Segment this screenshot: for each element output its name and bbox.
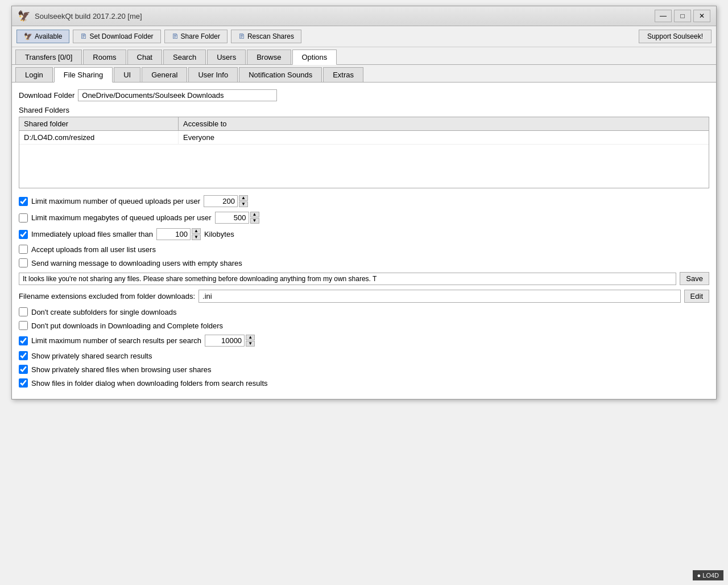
table-header: Shared folder Accessible to: [19, 117, 709, 131]
download-folder-label: Download Folder: [19, 91, 75, 100]
share-folder-button[interactable]: 🖹 Share Folder: [164, 30, 228, 43]
limit-search-results-label: Limit maximum number of search results p…: [31, 336, 201, 345]
immediately-upload-down[interactable]: ▼: [192, 234, 201, 240]
limit-search-results-up[interactable]: ▲: [246, 335, 255, 340]
subtab-notification-sounds[interactable]: Notification Sounds: [239, 67, 322, 82]
subtab-login[interactable]: Login: [15, 67, 53, 82]
kilobytes-label: Kilobytes: [204, 230, 234, 238]
limit-search-results-down[interactable]: ▼: [246, 341, 255, 347]
show-files-folder-dialog-checkbox[interactable]: [19, 378, 28, 388]
table-cell-access: Everyone: [179, 131, 709, 144]
no-subfolders-row: Don't create subfolders for single downl…: [19, 307, 709, 316]
show-files-folder-dialog-row: Show files in folder dialog when downloa…: [19, 378, 709, 388]
accept-uploads-checkbox[interactable]: [19, 245, 28, 254]
no-subfolders-checkbox[interactable]: [19, 307, 28, 316]
sub-tabs: Login File Sharing UI General User Info …: [12, 65, 716, 83]
no-subfolders-label: Don't create subfolders for single downl…: [31, 308, 176, 316]
tab-transfers[interactable]: Transfers [0/0]: [15, 50, 82, 64]
col-accessible-to: Accessible to: [179, 117, 709, 130]
limit-megabytes-label: Limit maximum megabytes of queued upload…: [31, 213, 212, 222]
tab-users[interactable]: Users: [207, 50, 246, 64]
send-warning-checkbox[interactable]: [19, 258, 28, 267]
immediately-upload-up[interactable]: ▲: [192, 228, 201, 234]
limit-megabytes-checkbox[interactable]: [19, 213, 28, 223]
limit-megabytes-row: Limit maximum megabytes of queued upload…: [19, 212, 709, 224]
available-button[interactable]: 🦅 Available: [16, 30, 69, 43]
share-folder-icon: 🖹: [172, 32, 179, 40]
app-icon: 🦅: [18, 10, 30, 22]
show-privately-shared-files-row: Show privately shared files when browsin…: [19, 365, 709, 374]
limit-uploads-spinner: ▲ ▼: [204, 195, 248, 207]
accept-uploads-row: Accept uploads from all user list users: [19, 245, 709, 254]
no-complete-folders-label: Don't put downloads in Downloading and C…: [31, 322, 223, 330]
maximize-button[interactable]: □: [674, 10, 691, 22]
available-icon: 🦅: [24, 32, 32, 40]
limit-search-results-value[interactable]: [205, 335, 245, 347]
show-privately-shared-files-label: Show privately shared files when browsin…: [31, 365, 212, 374]
set-download-folder-button[interactable]: 🖹 Set Download Folder: [73, 30, 160, 43]
show-privately-shared-files-checkbox[interactable]: [19, 365, 28, 374]
tab-search[interactable]: Search: [163, 50, 206, 64]
limit-megabytes-spinner: ▲ ▼: [215, 212, 259, 224]
limit-uploads-down[interactable]: ▼: [239, 201, 248, 207]
warning-message-input[interactable]: [19, 273, 676, 285]
show-privately-shared-checkbox[interactable]: [19, 351, 28, 360]
limit-search-results-spinner: ▲ ▼: [205, 335, 255, 347]
content-area: Login File Sharing UI General User Info …: [12, 65, 716, 399]
limit-megabytes-up[interactable]: ▲: [250, 212, 259, 217]
limit-search-results-checkbox[interactable]: [19, 336, 28, 345]
limit-uploads-checkbox[interactable]: [19, 197, 28, 206]
immediately-upload-checkbox[interactable]: [19, 230, 28, 239]
tab-chat[interactable]: Chat: [127, 50, 162, 64]
immediately-upload-row: Immediately upload files smaller than ▲ …: [19, 228, 709, 240]
rescan-shares-button[interactable]: 🖹 Rescan Shares: [231, 30, 301, 43]
subtab-file-sharing[interactable]: File Sharing: [54, 67, 113, 83]
filename-extensions-input[interactable]: [198, 290, 681, 303]
download-folder-input[interactable]: [78, 89, 277, 101]
save-button[interactable]: Save: [680, 272, 709, 285]
warning-message-row: Save: [19, 272, 709, 285]
tab-browse[interactable]: Browse: [247, 50, 291, 64]
show-privately-shared-row: Show privately shared search results: [19, 351, 709, 360]
show-files-folder-dialog-label: Show files in folder dialog when downloa…: [31, 379, 268, 388]
limit-uploads-value[interactable]: [204, 195, 238, 207]
shared-folders-table: Shared folder Accessible to D:/LO4D.com/…: [19, 117, 709, 188]
edit-button[interactable]: Edit: [684, 290, 709, 303]
limit-search-results-row: Limit maximum number of search results p…: [19, 335, 709, 347]
no-complete-folders-checkbox[interactable]: [19, 321, 28, 330]
send-warning-row: Send warning message to downloading user…: [19, 258, 709, 267]
filename-extensions-row: Filename extensions excluded from folder…: [19, 290, 709, 303]
table-cell-folder: D:/LO4D.com/resized: [19, 131, 179, 144]
close-button[interactable]: ✕: [693, 10, 710, 22]
tab-rooms[interactable]: Rooms: [83, 50, 126, 64]
window-title: SoulseekQt build 2017.2.20 [me]: [35, 12, 142, 20]
shared-folders-container: Shared folder Accessible to D:/LO4D.com/…: [19, 117, 709, 188]
minimize-button[interactable]: —: [655, 10, 672, 22]
immediately-upload-spinner: ▲ ▼: [156, 228, 201, 240]
subtab-general[interactable]: General: [142, 67, 187, 82]
toolbar: 🦅 Available 🖹 Set Download Folder 🖹 Shar…: [12, 26, 716, 47]
table-body: D:/LO4D.com/resized Everyone: [19, 131, 709, 188]
download-folder-row: Download Folder: [19, 89, 709, 101]
main-tabs: Transfers [0/0] Rooms Chat Search Users …: [12, 47, 716, 65]
tab-options[interactable]: Options: [292, 50, 337, 65]
subtab-user-info[interactable]: User Info: [188, 67, 238, 82]
immediately-upload-value[interactable]: [156, 228, 191, 240]
limit-megabytes-value[interactable]: [215, 212, 249, 224]
subtab-ui[interactable]: UI: [114, 67, 140, 82]
send-warning-label: Send warning message to downloading user…: [31, 259, 242, 267]
table-row[interactable]: D:/LO4D.com/resized Everyone: [19, 131, 709, 145]
rescan-icon: 🖹: [238, 32, 245, 40]
immediately-upload-label: Immediately upload files smaller than: [31, 230, 153, 238]
limit-megabytes-down[interactable]: ▼: [250, 218, 259, 224]
limit-uploads-up[interactable]: ▲: [239, 195, 248, 201]
options-content: Download Folder Shared Folders Shared fo…: [12, 83, 716, 399]
subtab-extras[interactable]: Extras: [323, 67, 363, 82]
limit-uploads-label: Limit maximum number of queued uploads p…: [31, 197, 200, 205]
show-privately-shared-label: Show privately shared search results: [31, 352, 152, 360]
support-button[interactable]: Support Soulseek!: [639, 30, 712, 43]
title-bar: 🦅 SoulseekQt build 2017.2.20 [me] — □ ✕: [12, 6, 716, 26]
no-complete-folders-row: Don't put downloads in Downloading and C…: [19, 321, 709, 330]
accept-uploads-label: Accept uploads from all user list users: [31, 245, 156, 254]
shared-folders-label: Shared Folders: [19, 106, 709, 114]
